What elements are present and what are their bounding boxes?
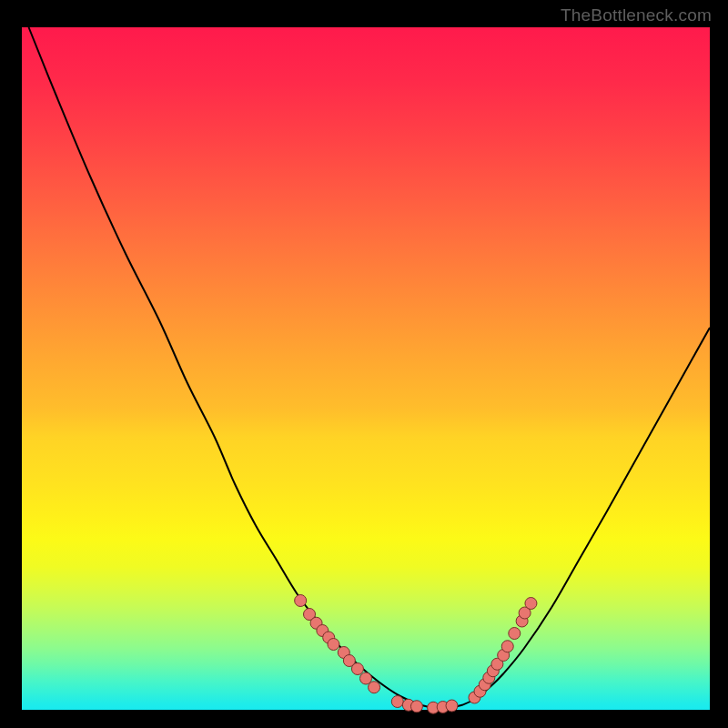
watermark-text: TheBottleneck.com: [561, 5, 712, 25]
plot-gradient-area: [22, 27, 710, 710]
chart-stage: { "watermark": { "text": "TheBottleneck.…: [0, 0, 728, 728]
